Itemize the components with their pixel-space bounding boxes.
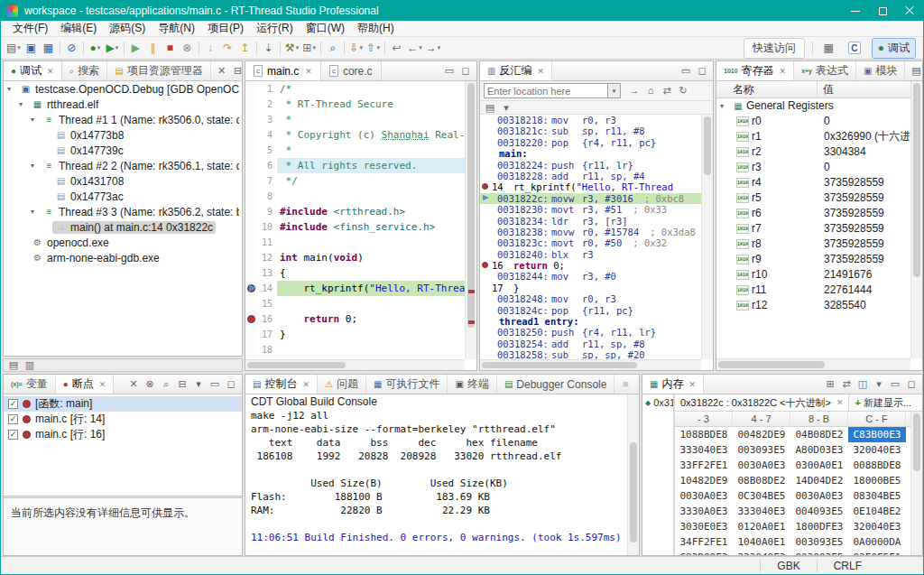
location-input[interactable]	[484, 83, 608, 98]
memory-cell[interactable]: 3030E0E3	[675, 519, 733, 534]
memory-cell[interactable]: 0A0000DA	[848, 534, 906, 550]
split-pane-icon[interactable]: ◫	[856, 379, 869, 389]
debug-tab-2[interactable]: ⌕搜索	[62, 61, 108, 80]
console-tab-1[interactable]: ▤控制台✕	[245, 375, 318, 394]
rendering-tab[interactable]: 0x31822c : 0x31822C <十六进制> ✕	[675, 394, 849, 411]
editor-marker-margin[interactable]	[245, 143, 257, 158]
debug-tab-1[interactable]: ●调试✕	[4, 61, 62, 80]
editor-tab-main-c[interactable]: cmain.c✕	[245, 61, 321, 80]
scrollbar-thumb[interactable]	[718, 361, 825, 368]
menu-item-7[interactable]: 窗口(W)	[300, 21, 351, 36]
disconnect-button[interactable]: ⊗	[179, 39, 196, 57]
code-text[interactable]: * All rights reserved.	[277, 158, 465, 173]
memory-cell[interactable]: 18000BE5	[848, 473, 906, 488]
memory-cell[interactable]: 10482DE9	[675, 473, 733, 488]
memory-monitor-item[interactable]: ◆ 0x31822c	[645, 397, 673, 408]
code-text[interactable]: rt_kprintf("Hello, RT-Thread a	[277, 281, 465, 296]
name-column-header[interactable]: 名称	[716, 81, 818, 97]
close-tab-icon[interactable]: ✕	[47, 67, 54, 76]
editor-marker-margin[interactable]	[245, 158, 257, 173]
close-window-button[interactable]	[896, 1, 923, 21]
code-area[interactable]: 1/*2 * RT-Thread Secure3 *4 * Copyright …	[245, 81, 465, 359]
code-text[interactable]	[277, 296, 465, 311]
expander-icon[interactable]: ▾	[31, 162, 41, 170]
memory-cell[interactable]: 33FF2FE1	[675, 458, 733, 473]
minimize-icon[interactable]: ▭	[679, 66, 692, 76]
disasm-line[interactable]: 0031823c:movtr0, #50; 0x32	[480, 237, 701, 248]
expander-icon[interactable]: ▾	[720, 98, 730, 114]
refresh-icon[interactable]: ↻	[677, 86, 689, 96]
editor-marker-margin[interactable]	[245, 296, 257, 311]
disassembly-listing[interactable]: 00318218:movr0, r30031821c:subsp, r11, #…	[480, 115, 701, 359]
editor-marker-margin[interactable]	[245, 311, 257, 327]
editor-marker-margin[interactable]	[245, 204, 257, 219]
code-text[interactable]	[277, 189, 465, 204]
code-text[interactable]: int main(void)	[277, 250, 465, 265]
jump-to-pc-icon[interactable]: →	[628, 86, 641, 96]
memory-cell[interactable]: 08304BE5	[848, 488, 906, 504]
memory-cell[interactable]: 14D04DE2	[790, 473, 848, 488]
memory-cell[interactable]: 004093E5	[790, 504, 848, 519]
suspend-button[interactable]: ∥	[144, 39, 162, 57]
memory-cell[interactable]: A80D03E3	[790, 442, 848, 458]
breakpoints-view-menu-icon[interactable]: ▾	[192, 379, 205, 389]
encoding-indicator[interactable]: GBK	[761, 560, 816, 572]
expander-icon[interactable]: ▾	[19, 100, 29, 108]
close-tab-icon[interactable]: ✕	[836, 398, 844, 407]
breakpoints-tab-2[interactable]: ●断点✕	[56, 375, 115, 394]
back-button[interactable]: ←▾	[405, 39, 424, 57]
code-text[interactable]: #include <finsh_service.h>	[277, 219, 465, 235]
code-text[interactable]	[277, 342, 465, 357]
remove-all-breakpoints-icon[interactable]: ⊗	[143, 379, 156, 389]
memory-cell[interactable]: 0C304BE5	[733, 488, 790, 504]
register-row[interactable]: 1010r00	[716, 114, 922, 129]
breakpoint-item[interactable]: ✓main.c [行: 16]	[4, 427, 242, 442]
last-edit-location-button[interactable]: ↩	[388, 39, 405, 57]
editor-marker-margin[interactable]	[245, 112, 257, 127]
disasm-line[interactable]: 00318234:ldrr3, [r3]	[480, 216, 701, 227]
scrollbar-thumb[interactable]	[704, 116, 711, 175]
code-text[interactable]: * RT-Thread Secure	[277, 97, 465, 112]
debug-tree-item[interactable]: ⚙arm-none-eabi-gdb.exe	[4, 250, 242, 265]
disasm-line[interactable]: 00318244:movr3, #0	[480, 271, 701, 282]
show-source-icon[interactable]: ▤	[484, 103, 496, 113]
debug-tree-item[interactable]: ⚙openocd.exe	[4, 235, 242, 250]
close-tab-icon[interactable]: ✕	[780, 67, 787, 76]
code-text[interactable]: }	[277, 327, 465, 342]
close-tab-icon[interactable]: ✕	[302, 380, 310, 389]
remove-all-terminated-icon[interactable]: ✕	[216, 66, 228, 76]
memory-view-menu-icon[interactable]: ▾	[873, 379, 885, 389]
memory-cell[interactable]: 34FF2FE1	[675, 534, 733, 550]
register-row[interactable]: 1010r43735928559	[716, 175, 922, 190]
console-tab-2[interactable]: ⚠问题	[318, 375, 366, 394]
editor-vertical-scrollbar[interactable]	[465, 81, 476, 359]
register-row[interactable]: 1010r73735928559	[716, 221, 922, 236]
editor-marker-margin[interactable]	[245, 327, 257, 342]
quick-access-button[interactable]: 快速访问	[744, 38, 805, 59]
memory-cell[interactable]: 003093E5	[790, 550, 848, 555]
register-row[interactable]: 1010r1021491676	[716, 267, 922, 283]
register-row[interactable]: 1010r83735928559	[716, 236, 922, 252]
memory-cell[interactable]: 320040E3	[848, 519, 906, 534]
debug-tree-item[interactable]: ▤0x147739c	[4, 143, 242, 158]
memory-column-header[interactable]: 8 - B	[790, 412, 848, 426]
show-columns-icon[interactable]: ▤	[910, 66, 922, 76]
disassembly-horizontal-scrollbar[interactable]	[480, 359, 701, 370]
memory-cell[interactable]: 04B08DE2	[790, 427, 848, 442]
value-column-header[interactable]: 值	[818, 82, 922, 97]
debug-tree-item[interactable]: →main() at main.c:14 0x31822c	[4, 219, 242, 235]
disasm-line[interactable]: 00318218:movr0, r3	[480, 115, 701, 125]
console-tab-3[interactable]: ▦可执行文件	[366, 375, 448, 394]
instruction-stepping-button[interactable]: ⇣	[260, 39, 277, 57]
breakpoint-item[interactable]: ✓[函数: main]	[4, 396, 242, 412]
memory-cell[interactable]: 1088BDE8	[675, 427, 733, 442]
save-all-button[interactable]: ▦	[40, 39, 57, 57]
disasm-line[interactable]: 0031822c:movwr3, #3016; 0xbc8	[480, 193, 701, 204]
terminate-icon[interactable]: ■	[619, 379, 632, 389]
close-tab-icon[interactable]: ✕	[688, 380, 696, 389]
console-vertical-scrollbar[interactable]	[627, 394, 639, 555]
editor-marker-margin[interactable]	[245, 250, 257, 265]
maximize-icon[interactable]: ◻	[459, 66, 472, 76]
code-text[interactable]: #include <rtthread.h>	[277, 204, 465, 219]
console-tab-4[interactable]: ▣终端	[448, 375, 496, 394]
